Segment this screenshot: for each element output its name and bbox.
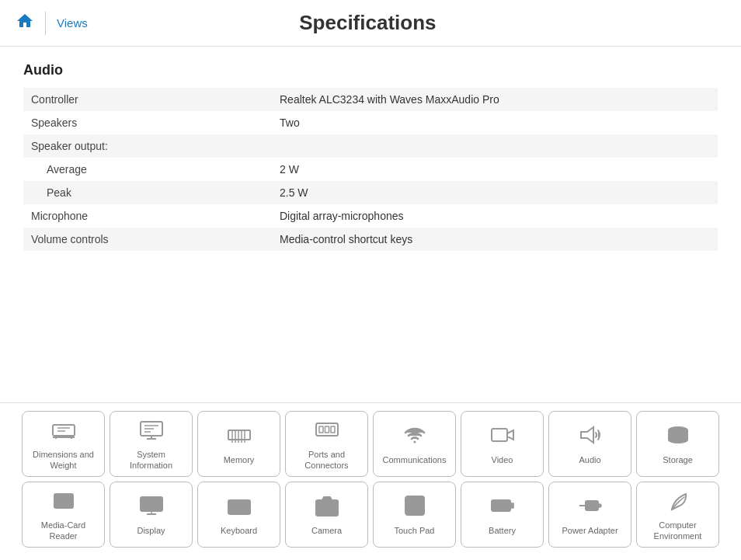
nav-item-computer-environment[interactable]: Computer Environment bbox=[636, 482, 719, 548]
nav-label-system-information: System Information bbox=[130, 450, 172, 470]
nav-label-battery: Battery bbox=[489, 526, 516, 536]
ports-icon bbox=[315, 417, 339, 445]
header-divider bbox=[45, 12, 46, 35]
storage-icon bbox=[666, 423, 691, 450]
memory-icon bbox=[227, 423, 252, 450]
nav-label-power-adapter: Power Adapter bbox=[562, 526, 618, 536]
nav-item-dimensions-weight[interactable]: Dimensions and Weight bbox=[22, 411, 105, 477]
nav-label-media-card-reader: Media-Card Reader bbox=[41, 520, 85, 541]
table-row: MicrophoneDigital array-microphones bbox=[23, 204, 718, 228]
views-link[interactable]: Views bbox=[57, 16, 88, 30]
nav-item-audio[interactable]: Audio bbox=[548, 411, 631, 477]
svg-rect-50 bbox=[494, 503, 499, 509]
svg-point-45 bbox=[323, 504, 331, 512]
nav-label-ports-connectors: Ports and Connectors bbox=[304, 450, 348, 470]
nav-label-audio: Audio bbox=[579, 455, 600, 465]
nav-item-keyboard[interactable]: Keyboard bbox=[197, 482, 280, 548]
nav-row-2: Media-Card ReaderDisplayKeyboardCameraTo… bbox=[16, 482, 725, 548]
nav-label-touch-pad: Touch Pad bbox=[395, 526, 435, 536]
nav-label-keyboard: Keyboard bbox=[221, 526, 257, 536]
svg-marker-24 bbox=[581, 427, 593, 443]
home-icon[interactable] bbox=[16, 12, 34, 35]
table-row: ControllerRealtek ALC3234 with Waves Max… bbox=[23, 88, 718, 111]
audio-icon bbox=[578, 423, 603, 450]
video-icon bbox=[490, 423, 515, 450]
leaf-icon bbox=[666, 488, 691, 516]
system-icon bbox=[139, 417, 164, 445]
svg-point-22 bbox=[413, 440, 416, 443]
battery-icon bbox=[490, 493, 515, 521]
table-row: SpeakersTwo bbox=[23, 111, 718, 134]
svg-point-54 bbox=[597, 503, 599, 504]
nav-label-computer-environment: Computer Environment bbox=[654, 520, 702, 541]
svg-rect-7 bbox=[228, 430, 250, 440]
nav-item-system-information[interactable]: System Information bbox=[110, 411, 193, 477]
nav-item-video[interactable]: Video bbox=[461, 411, 544, 477]
camera-icon bbox=[315, 493, 339, 521]
svg-rect-26 bbox=[54, 494, 73, 508]
nav-item-touch-pad[interactable]: Touch Pad bbox=[373, 482, 456, 548]
nav-label-communications: Communications bbox=[383, 455, 447, 465]
main-content: Audio ControllerRealtek ALC3234 with Wav… bbox=[0, 47, 741, 266]
svg-rect-0 bbox=[53, 425, 75, 436]
mediacard-icon bbox=[51, 488, 76, 516]
svg-rect-20 bbox=[325, 426, 329, 433]
svg-rect-51 bbox=[586, 501, 598, 510]
nav-item-ports-connectors[interactable]: Ports and Connectors bbox=[285, 411, 368, 477]
wifi-icon bbox=[402, 423, 427, 450]
display-icon bbox=[139, 493, 164, 521]
dimensions-icon bbox=[51, 417, 76, 445]
nav-row-1: Dimensions and WeightSystem InformationM… bbox=[16, 411, 725, 477]
nav-label-memory: Memory bbox=[224, 455, 255, 465]
nav-item-power-adapter[interactable]: Power Adapter bbox=[548, 482, 631, 548]
specs-table: ControllerRealtek ALC3234 with Waves Max… bbox=[23, 88, 718, 251]
nav-label-storage: Storage bbox=[663, 455, 693, 465]
svg-rect-19 bbox=[319, 426, 323, 433]
header: Views Specifications bbox=[0, 0, 741, 47]
svg-point-53 bbox=[598, 504, 601, 507]
table-row: Average2 W bbox=[23, 158, 718, 181]
svg-rect-23 bbox=[492, 429, 507, 441]
svg-rect-21 bbox=[331, 426, 335, 433]
nav-item-battery[interactable]: Battery bbox=[461, 482, 544, 548]
table-row: Speaker output: bbox=[23, 134, 718, 158]
poweradapter-icon bbox=[578, 493, 603, 521]
audio-section-title: Audio bbox=[23, 62, 718, 78]
nav-item-storage[interactable]: Storage bbox=[636, 411, 719, 477]
nav-label-dimensions-weight: Dimensions and Weight bbox=[33, 450, 94, 470]
page-title: Specifications bbox=[88, 11, 648, 35]
touchpad-icon bbox=[402, 493, 427, 521]
svg-rect-31 bbox=[141, 497, 162, 511]
nav-item-camera[interactable]: Camera bbox=[285, 482, 368, 548]
nav-item-memory[interactable]: Memory bbox=[197, 411, 280, 477]
svg-point-55 bbox=[597, 507, 599, 509]
svg-rect-34 bbox=[228, 500, 250, 514]
nav-label-display: Display bbox=[137, 526, 165, 536]
nav-item-display[interactable]: Display bbox=[110, 482, 193, 548]
bottom-navigation: Dimensions and WeightSystem InformationM… bbox=[0, 402, 741, 560]
table-row: Volume controlsMedia-control shortcut ke… bbox=[23, 228, 718, 251]
table-row: Peak2.5 W bbox=[23, 181, 718, 204]
nav-label-camera: Camera bbox=[311, 526, 342, 536]
nav-item-media-card-reader[interactable]: Media-Card Reader bbox=[22, 482, 105, 548]
nav-item-communications[interactable]: Communications bbox=[373, 411, 456, 477]
keyboard-icon bbox=[227, 493, 252, 521]
nav-label-video: Video bbox=[492, 455, 513, 465]
